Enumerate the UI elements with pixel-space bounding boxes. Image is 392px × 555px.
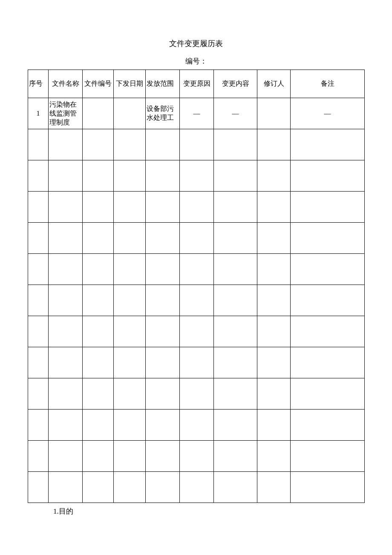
- cell-seq: [28, 285, 49, 316]
- table-row: [28, 316, 365, 347]
- cell-file-number: [83, 441, 114, 472]
- cell-change-reason: [180, 192, 214, 223]
- cell-remark: [291, 160, 365, 192]
- header-file-name: 文件名称: [49, 70, 83, 98]
- cell-seq: [28, 410, 49, 441]
- cell-seq: [28, 192, 49, 223]
- cell-change-reason: [180, 441, 214, 472]
- cell-remark: [291, 223, 365, 254]
- cell-remark: —: [291, 98, 365, 129]
- cell-change-reason: [180, 347, 214, 378]
- cell-reviser: [257, 316, 291, 347]
- cell-seq: [28, 378, 49, 410]
- cell-remark: [291, 378, 365, 410]
- cell-file-number: [83, 98, 114, 129]
- header-seq: 序号: [28, 70, 49, 98]
- cell-change-reason: [180, 254, 214, 285]
- change-history-table: 序号 文件名称 文件编号 下发日期 发放范围 变更原因 变更内容 修订人 备注 …: [28, 70, 365, 503]
- table-row: [28, 347, 365, 378]
- cell-file-number: [83, 410, 114, 441]
- cell-change-content: [214, 378, 257, 410]
- cell-remark: [291, 254, 365, 285]
- cell-seq: [28, 160, 49, 192]
- cell-remark: [291, 129, 365, 160]
- header-change-content: 变更内容: [214, 70, 257, 98]
- cell-change-content: [214, 129, 257, 160]
- cell-file-name: [49, 223, 83, 254]
- table-row: [28, 223, 365, 254]
- table-row: [28, 378, 365, 410]
- cell-change-reason: [180, 160, 214, 192]
- cell-issue-date: [114, 98, 146, 129]
- cell-issue-date: [114, 285, 146, 316]
- cell-reviser: [257, 98, 291, 129]
- cell-change-reason: [180, 316, 214, 347]
- cell-change-content: [214, 254, 257, 285]
- cell-file-name: [49, 378, 83, 410]
- cell-file-number: [83, 472, 114, 503]
- cell-issue-date: [114, 223, 146, 254]
- cell-file-name: [49, 192, 83, 223]
- cell-reviser: [257, 160, 291, 192]
- cell-change-content: [214, 441, 257, 472]
- cell-change-content: —: [214, 98, 257, 129]
- cell-scope: [146, 472, 180, 503]
- cell-reviser: [257, 472, 291, 503]
- header-reviser: 修订人: [257, 70, 291, 98]
- cell-file-name: [49, 410, 83, 441]
- header-remark: 备注: [291, 70, 365, 98]
- cell-reviser: [257, 223, 291, 254]
- header-file-number: 文件编号: [83, 70, 114, 98]
- cell-seq: [28, 316, 49, 347]
- table-row: [28, 285, 365, 316]
- cell-reviser: [257, 410, 291, 441]
- cell-file-name: [49, 441, 83, 472]
- cell-seq: [28, 347, 49, 378]
- table-header-row: 序号 文件名称 文件编号 下发日期 发放范围 变更原因 变更内容 修订人 备注: [28, 70, 365, 98]
- cell-scope: [146, 347, 180, 378]
- cell-change-reason: [180, 285, 214, 316]
- cell-remark: [291, 472, 365, 503]
- cell-file-number: [83, 254, 114, 285]
- cell-seq: [28, 223, 49, 254]
- cell-reviser: [257, 285, 291, 316]
- cell-scope: [146, 129, 180, 160]
- cell-reviser: [257, 378, 291, 410]
- cell-seq: 1: [28, 98, 49, 129]
- cell-issue-date: [114, 347, 146, 378]
- cell-change-content: [214, 410, 257, 441]
- cell-issue-date: [114, 316, 146, 347]
- table-row: [28, 160, 365, 192]
- cell-issue-date: [114, 192, 146, 223]
- cell-file-name: [49, 285, 83, 316]
- cell-remark: [291, 347, 365, 378]
- cell-file-name: [49, 254, 83, 285]
- table-row: [28, 472, 365, 503]
- cell-file-name: [49, 316, 83, 347]
- cell-change-reason: [180, 378, 214, 410]
- cell-issue-date: [114, 410, 146, 441]
- cell-file-number: [83, 285, 114, 316]
- cell-seq: [28, 129, 49, 160]
- document-page: 文件变更履历表 编号： 序号 文件名称 文件编号 下发日期 发放范围 变更原因 …: [0, 0, 392, 516]
- header-scope: 发放范围: [146, 70, 180, 98]
- cell-change-reason: [180, 129, 214, 160]
- table-row: [28, 441, 365, 472]
- cell-file-number: [83, 192, 114, 223]
- cell-scope: [146, 223, 180, 254]
- cell-issue-date: [114, 472, 146, 503]
- cell-change-reason: —: [180, 98, 214, 129]
- table-body: 1 污染物在线监测管理制度 设备部污水处理工 — — —: [28, 98, 365, 503]
- cell-scope: [146, 410, 180, 441]
- cell-change-reason: [180, 410, 214, 441]
- table-row: [28, 410, 365, 441]
- cell-remark: [291, 441, 365, 472]
- cell-change-content: [214, 285, 257, 316]
- cell-seq: [28, 441, 49, 472]
- cell-scope: [146, 254, 180, 285]
- cell-issue-date: [114, 441, 146, 472]
- table-row: 1 污染物在线监测管理制度 设备部污水处理工 — — —: [28, 98, 365, 129]
- cell-reviser: [257, 441, 291, 472]
- cell-change-content: [214, 472, 257, 503]
- document-title: 文件变更履历表: [28, 38, 364, 49]
